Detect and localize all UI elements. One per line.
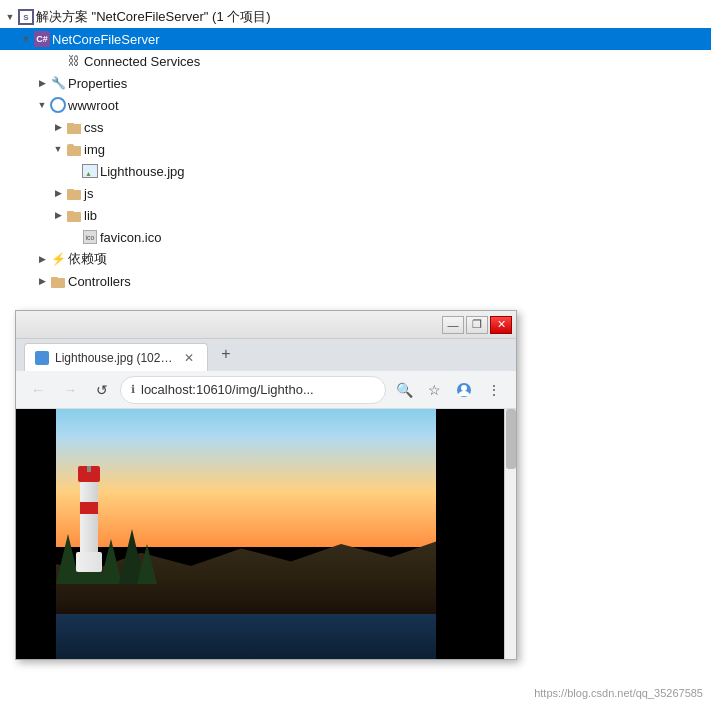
project-icon: C# [34,31,50,47]
wwwroot-icon [50,97,66,113]
project-label: NetCoreFileServer [52,32,160,47]
img-folder-icon [66,141,82,157]
tree-item-controllers[interactable]: Controllers [0,270,711,292]
dependencies-icon: ⚡ [50,251,66,267]
favicon-arrow [66,229,82,245]
url-text: localhost:10610/img/Lightho... [141,382,314,397]
back-button[interactable]: ← [24,376,52,404]
address-bar[interactable]: ℹ localhost:10610/img/Lightho... [120,376,386,404]
menu-icon[interactable]: ⋮ [480,376,508,404]
browser-content [16,409,516,659]
browser-tabs-bar: Lighthouse.jpg (1024×768) ✕ + [16,339,516,371]
solution-icon: S [18,9,34,25]
properties-icon: 🔧 [50,75,66,91]
lighthouse-tower [80,482,98,552]
tree-item-css[interactable]: css [0,116,711,138]
favicon-icon: ico [82,229,98,245]
tree-item-lib[interactable]: lib [0,204,711,226]
lock-icon: ℹ [131,383,135,396]
controllers-label: Controllers [68,274,131,289]
new-tab-button[interactable]: + [212,340,240,368]
wwwroot-arrow[interactable] [34,97,50,113]
img-label: img [84,142,105,157]
css-arrow[interactable] [50,119,66,135]
browser-toolbar: ← → ↺ ℹ localhost:10610/img/Lightho... 🔍… [16,371,516,409]
css-label: css [84,120,104,135]
css-folder-icon [66,119,82,135]
dependencies-label: 依赖项 [68,250,107,268]
lighthouse-lantern [78,466,100,482]
lighthouse-scene [16,409,516,659]
minimize-button[interactable]: — [442,316,464,334]
tree-item-js[interactable]: js [0,182,711,204]
lighthouse-label: Lighthouse.jpg [100,164,185,179]
svg-point-1 [461,385,467,391]
restore-button[interactable]: ❐ [466,316,488,334]
lighthouse-file-icon [82,163,98,179]
browser-window: — ❐ ✕ Lighthouse.jpg (1024×768) ✕ + ← → … [15,310,517,660]
toolbar-icons: 🔍 ☆ ⋮ [390,376,508,404]
properties-arrow[interactable] [34,75,50,91]
lib-label: lib [84,208,97,223]
user-icon[interactable] [450,376,478,404]
js-folder-icon [66,185,82,201]
wwwroot-label: wwwroot [68,98,119,113]
solution-expand-arrow[interactable] [2,9,18,25]
solution-label: 解决方案 "NetCoreFileServer" (1 个项目) [36,8,271,26]
watermark: https://blog.csdn.net/qq_35267585 [534,687,703,699]
controllers-arrow[interactable] [34,273,50,289]
scrollbar-thumb[interactable] [506,409,516,469]
tree-item-wwwroot[interactable]: wwwroot [0,94,711,116]
connected-services-arrow [50,53,66,69]
close-button[interactable]: ✕ [490,316,512,334]
favicon-label: favicon.ico [100,230,161,245]
lighthouse-structure [76,466,102,572]
project-row[interactable]: C# NetCoreFileServer [0,28,711,50]
solution-row[interactable]: S 解决方案 "NetCoreFileServer" (1 个项目) [0,6,711,28]
js-label: js [84,186,93,201]
black-left [16,409,56,659]
tab-favicon [35,351,49,365]
lighthouse-band [80,502,98,514]
project-expand-arrow[interactable] [18,31,34,47]
controllers-folder-icon [50,273,66,289]
search-icon[interactable]: 🔍 [390,376,418,404]
tab-title: Lighthouse.jpg (1024×768) [55,351,175,365]
tree-item-connected-services[interactable]: ⛓ Connected Services [0,50,711,72]
solution-explorer: S 解决方案 "NetCoreFileServer" (1 个项目) C# Ne… [0,0,711,298]
tree-item-favicon[interactable]: ico favicon.ico [0,226,711,248]
lib-arrow[interactable] [50,207,66,223]
connected-services-label: Connected Services [84,54,200,69]
tree-item-lighthouse[interactable]: Lighthouse.jpg [0,160,711,182]
browser-titlebar: — ❐ ✕ [16,311,516,339]
lighthouse-arrow [66,163,82,179]
browser-scrollbar[interactable] [504,409,516,659]
refresh-button[interactable]: ↺ [88,376,116,404]
tree-5 [137,544,157,584]
trees [56,509,181,584]
tree-item-dependencies[interactable]: ⚡ 依赖项 [0,248,711,270]
properties-label: Properties [68,76,127,91]
img-arrow[interactable] [50,141,66,157]
dependencies-arrow[interactable] [34,251,50,267]
lib-folder-icon [66,207,82,223]
tree-item-properties[interactable]: 🔧 Properties [0,72,711,94]
connected-services-icon: ⛓ [66,53,82,69]
browser-tab-active[interactable]: Lighthouse.jpg (1024×768) ✕ [24,343,208,371]
bookmark-icon[interactable]: ☆ [420,376,448,404]
lighthouse-base [76,552,102,572]
js-arrow[interactable] [50,185,66,201]
forward-button[interactable]: → [56,376,84,404]
tab-close-button[interactable]: ✕ [181,350,197,366]
tree-item-img[interactable]: img [0,138,711,160]
